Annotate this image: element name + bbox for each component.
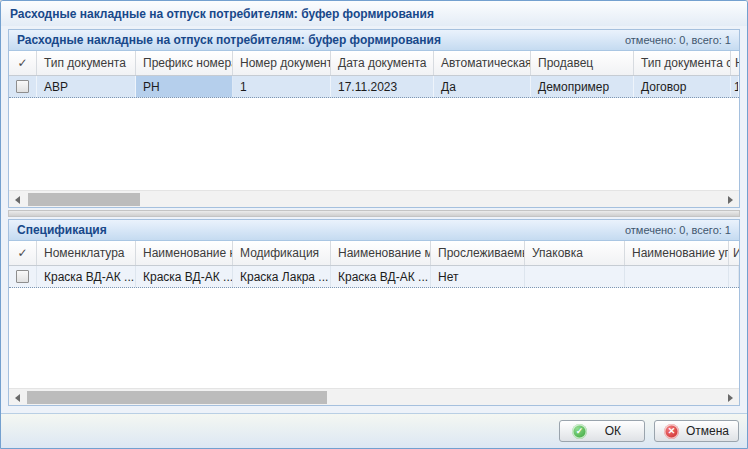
column-header-modification-name[interactable]: Наименование мод xyxy=(331,241,431,265)
dialog-content: Расходные накладные на отпуск потребител… xyxy=(1,26,747,406)
documents-scrollbar-thumb[interactable] xyxy=(28,193,140,206)
column-header-doc-number[interactable]: Номер документа. xyxy=(233,51,331,75)
column-header-traceable[interactable]: Прослеживаемый xyxy=(431,241,525,265)
specification-horizontal-scrollbar[interactable] xyxy=(9,388,739,405)
column-header-automatic[interactable]: Автоматическая ус xyxy=(434,51,531,75)
scroll-left-icon[interactable] xyxy=(9,389,26,406)
dialog-button-bar: ✓ ОК ✕ Отмена xyxy=(1,413,747,448)
documents-check-column-header[interactable]: ✓ xyxy=(9,51,37,75)
specification-check-column-header[interactable]: ✓ xyxy=(9,241,37,265)
cell-seller[interactable]: Демопример xyxy=(531,76,634,97)
documents-panel: Расходные накладные на отпуск потребител… xyxy=(8,29,740,208)
cell-invoice-doc-type[interactable]: Договор xyxy=(634,76,731,97)
column-header-number-prefix[interactable]: Префикс номера д xyxy=(136,51,233,75)
window-title: Расходные накладные на отпуск потребител… xyxy=(10,7,434,21)
documents-table-row[interactable]: АВР РН 1 17.11.2023 Да Демопример Догово… xyxy=(9,76,739,98)
cell-modification-name[interactable]: Краска ВД-АК ... xyxy=(331,266,431,287)
ok-button[interactable]: ✓ ОК xyxy=(559,420,645,442)
scroll-left-icon[interactable] xyxy=(9,191,26,208)
specification-panel-header: Спецификация отмечено: 0, всего: 1 xyxy=(9,220,739,241)
cell-automatic[interactable]: Да xyxy=(434,76,531,97)
cell-number-prefix-selected[interactable]: РН xyxy=(136,76,233,97)
ok-check-icon: ✓ xyxy=(572,424,587,439)
specification-panel-title: Спецификация xyxy=(17,223,107,237)
cell-doc-type[interactable]: АВР xyxy=(37,76,136,97)
column-header-nomenclature[interactable]: Номенклатура xyxy=(37,241,136,265)
cell-doc-number[interactable]: 1 xyxy=(233,76,331,97)
column-header-seller[interactable]: Продавец xyxy=(531,51,634,75)
cell-doc-date[interactable]: 17.11.2023 xyxy=(331,76,434,97)
column-header-doc-date[interactable]: Дата документа xyxy=(331,51,434,75)
cell-nomenclature[interactable]: Краска ВД-АК ... xyxy=(37,266,136,287)
dialog-window: Расходные накладные на отпуск потребител… xyxy=(0,0,748,449)
specification-panel: Спецификация отмечено: 0, всего: 1 ✓ Ном… xyxy=(8,219,740,406)
column-header-packaging-name[interactable]: Наименование упа xyxy=(625,241,729,265)
documents-grid-header: ✓ Тип документа Префикс номера д Номер д… xyxy=(9,51,739,76)
specification-grid-empty-area xyxy=(9,288,739,388)
column-header-packaging[interactable]: Упаковка xyxy=(525,241,625,265)
column-header-i[interactable]: И xyxy=(729,241,739,265)
cell-n[interactable]: 1 xyxy=(731,76,739,97)
cancel-x-icon: ✕ xyxy=(664,424,679,439)
specification-table-row[interactable]: Краска ВД-АК ... Краска ВД-АК ... Краска… xyxy=(9,266,739,288)
specification-scrollbar-thumb[interactable] xyxy=(27,391,327,404)
column-header-modification[interactable]: Модификация xyxy=(233,241,331,265)
column-header-n[interactable]: Н xyxy=(731,51,739,75)
spec-row-checkbox-cell xyxy=(9,266,37,287)
cell-nomenclature-name[interactable]: Краска ВД-АК ... xyxy=(136,266,233,287)
window-titlebar[interactable]: Расходные накладные на отпуск потребител… xyxy=(1,1,747,26)
column-header-invoice-doc-type[interactable]: Тип документа счё xyxy=(634,51,731,75)
row-checkbox-cell xyxy=(9,76,37,97)
cell-traceable[interactable]: Нет xyxy=(431,266,525,287)
documents-horizontal-scrollbar[interactable] xyxy=(9,190,739,207)
cell-i[interactable] xyxy=(729,266,739,287)
specification-counter: отмечено: 0, всего: 1 xyxy=(625,224,731,236)
documents-grid-empty-area xyxy=(9,98,739,190)
spec-row-checkbox[interactable] xyxy=(16,270,29,283)
scroll-right-icon[interactable] xyxy=(722,191,739,208)
cell-packaging-name[interactable] xyxy=(625,266,729,287)
documents-panel-title: Расходные накладные на отпуск потребител… xyxy=(17,33,441,47)
cell-packaging[interactable] xyxy=(525,266,625,287)
panel-splitter[interactable] xyxy=(8,210,740,217)
row-checkbox[interactable] xyxy=(16,80,29,93)
ok-button-label: ОК xyxy=(594,424,632,438)
documents-panel-header: Расходные накладные на отпуск потребител… xyxy=(9,30,739,51)
cell-modification[interactable]: Краска Лакра ... xyxy=(233,266,331,287)
specification-grid-header: ✓ Номенклатура Наименование ном Модифика… xyxy=(9,241,739,266)
column-header-nomenclature-name[interactable]: Наименование ном xyxy=(136,241,233,265)
scroll-right-icon[interactable] xyxy=(722,389,739,406)
documents-counter: отмечено: 0, всего: 1 xyxy=(625,34,731,46)
cancel-button-label: Отмена xyxy=(686,424,729,438)
cancel-button[interactable]: ✕ Отмена xyxy=(654,420,739,442)
column-header-doc-type[interactable]: Тип документа xyxy=(37,51,136,75)
